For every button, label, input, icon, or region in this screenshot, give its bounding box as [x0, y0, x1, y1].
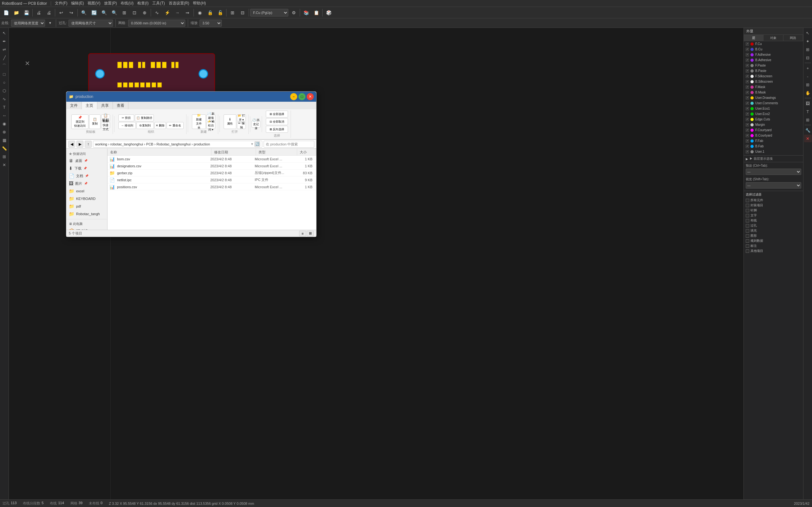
sidebar-item-downloads-qa[interactable]: ⬇下载📌: [66, 164, 107, 172]
breadcrumb[interactable]: working › robotac_tanghonghui › PCB › Ro…: [93, 141, 262, 148]
draw-polygon[interactable]: ⬡: [1, 87, 8, 95]
layer-checkbox-10[interactable]: [746, 96, 749, 100]
layer-checkbox-16[interactable]: [746, 129, 749, 132]
zoom-out-rt[interactable]: -: [804, 72, 812, 80]
zoom-selector[interactable]: 3.50: [200, 20, 222, 26]
menu-view[interactable]: 视图(V): [88, 1, 100, 6]
selector-cb-4[interactable]: [746, 219, 749, 222]
grid-selector[interactable]: 0.0508 mm (0.0020 in): [128, 20, 185, 26]
magnet-button[interactable]: 🔧: [804, 126, 812, 134]
tab-objects[interactable]: 对象: [763, 35, 783, 41]
deselect-all-button[interactable]: ⊟ 全部取消: [266, 118, 288, 125]
zoom-in-button[interactable]: 🔍: [99, 8, 109, 17]
image-button[interactable]: 🖼: [804, 100, 812, 107]
trace-width-list-button[interactable]: ▼: [47, 20, 53, 26]
layer-checkbox-3[interactable]: [746, 59, 749, 62]
show-layers-btn[interactable]: ▶ ▶ 面层显示选项: [744, 155, 803, 162]
ribbon-tab-share[interactable]: 共享: [97, 102, 113, 109]
sidebar-item-pictures-qa[interactable]: 🖼图片📌: [66, 180, 107, 187]
history-button[interactable]: 🕐 历史记录: [252, 121, 260, 128]
sidebar-item-desktop-qa[interactable]: 🖥桌面📌: [66, 157, 107, 164]
file-row-4[interactable]: 📊 positions.csv 2023/4/2 8:48 Microsoft …: [107, 183, 316, 190]
design-rules-button[interactable]: 📋: [311, 8, 321, 17]
layer-row-b-fab[interactable]: B.Fab: [744, 144, 803, 149]
menu-inspect[interactable]: 检查(I): [137, 1, 148, 6]
ribbon-tab-file[interactable]: 文件: [66, 102, 82, 109]
text-rt-button[interactable]: T: [804, 108, 812, 115]
selector-cb-0[interactable]: [746, 199, 749, 202]
open-button[interactable]: 📂 打开 ▾: [237, 114, 246, 121]
drc-button[interactable]: ⚡: [162, 8, 172, 17]
save-button[interactable]: 💾: [21, 8, 31, 17]
file-row-3[interactable]: 📄 netlist.ipc 2023/4/2 8:48 IPC 文件 9 KB: [107, 176, 316, 183]
select-all-button[interactable]: ⊞ 全部选择: [266, 111, 288, 118]
pin-quickaccess-button[interactable]: 📌 固定到快速访问: [71, 114, 89, 129]
lock-button[interactable]: 🔒: [205, 8, 215, 17]
sidebar-item-docs-qa[interactable]: 📄文档📌: [66, 172, 107, 180]
new-folder-button[interactable]: 📁 新建文件夹: [192, 114, 206, 129]
copy-button[interactable]: 📋 复制: [89, 114, 101, 129]
layer-checkbox-4[interactable]: [746, 64, 749, 67]
selector-cb-2[interactable]: [746, 209, 749, 212]
layer-row-b-courtyard[interactable]: B.Courtyard: [744, 133, 803, 138]
selector-cb-7[interactable]: [746, 234, 749, 238]
zoom-in-rt[interactable]: +: [804, 64, 812, 72]
preset-selector[interactable]: ---: [746, 169, 801, 175]
list-view-button[interactable]: ≡: [299, 231, 306, 236]
layer-row-f-silkscreen[interactable]: F.Silkscreen: [744, 73, 803, 79]
menu-edit[interactable]: 编辑(E): [71, 1, 84, 6]
sidebar-item-3dobjects[interactable]: 📦3D 对象: [66, 227, 107, 230]
search-button[interactable]: 🔍: [79, 8, 89, 17]
menu-prefs[interactable]: 首选设置(R): [169, 1, 189, 6]
draw-circle[interactable]: ○: [1, 78, 8, 86]
delete-tool[interactable]: ✕: [1, 161, 8, 169]
layer-checkbox-18[interactable]: [746, 139, 749, 143]
selector-cb-5[interactable]: [746, 224, 749, 228]
sidebar-item-robotac[interactable]: 📁Robotac_tangh: [66, 210, 107, 218]
layer-row-f-paste[interactable]: F.Paste: [744, 63, 803, 68]
file-row-2[interactable]: 📁 gerber.zip 2023/4/2 8:48 压缩(zipped)文件.…: [107, 170, 316, 176]
net-inspector-button[interactable]: ⊟: [804, 54, 812, 61]
layer-row-edge-cuts[interactable]: Edge.Cuts: [744, 117, 803, 122]
add-keepout[interactable]: ⊗: [1, 128, 8, 135]
measure[interactable]: 📏: [1, 145, 8, 152]
minimize-button[interactable]: －: [290, 93, 297, 100]
layer-checkbox-7[interactable]: [746, 80, 749, 83]
local-ratsnest-button[interactable]: ⊞: [804, 46, 812, 53]
draw-bezier[interactable]: ∿: [1, 95, 8, 103]
selector-cb-1[interactable]: [746, 204, 749, 207]
file-row-0[interactable]: 📊 bom.csv 2023/4/2 8:48 Microsoft Excel …: [107, 156, 316, 163]
layer-checkbox-8[interactable]: [746, 86, 749, 89]
zoom-custom-button[interactable]: ⊕: [140, 8, 149, 17]
selector-cb-10[interactable]: [746, 249, 749, 253]
footprint-tool[interactable]: ⊞: [1, 153, 8, 160]
layer-checkbox-6[interactable]: [746, 75, 749, 78]
menu-file[interactable]: 文件(F): [55, 1, 67, 6]
menu-help[interactable]: 帮助(H): [193, 1, 206, 6]
menu-place[interactable]: 放置(P): [104, 1, 117, 6]
select-tool[interactable]: ↖: [1, 29, 8, 37]
layer-row-user-eco1[interactable]: User.Eco1: [744, 106, 803, 111]
file-row-1[interactable]: 📊 designators.csv 2023/4/2 8:48 Microsof…: [107, 163, 316, 170]
add-dimension[interactable]: ↔: [1, 112, 8, 119]
zoom-fit-rt[interactable]: ⊞: [804, 81, 812, 89]
refresh-button[interactable]: 🔄: [89, 8, 99, 17]
layer-row-b-paste[interactable]: B.Paste: [744, 68, 803, 73]
refresh-path-button[interactable]: 🔄: [254, 141, 260, 147]
layer-row-margin[interactable]: Margin: [744, 122, 803, 127]
move-to-button[interactable]: → 移动到: [118, 122, 136, 129]
3d-view-button[interactable]: 🎲: [324, 8, 334, 17]
sidebar-item-excel[interactable]: 📁excel: [66, 187, 107, 195]
col-size[interactable]: 大小: [297, 149, 316, 155]
fill-zones[interactable]: ▦: [1, 136, 8, 144]
selector-cb-3[interactable]: [746, 214, 749, 217]
print-preview-button[interactable]: 🖨: [44, 8, 54, 17]
selector-cb-6[interactable]: [746, 229, 749, 233]
layer-row-f-adhesive[interactable]: F.Adhesive: [744, 52, 803, 57]
grid-view-button[interactable]: ⊞: [307, 231, 314, 236]
highlight-net-button[interactable]: ✦: [804, 38, 812, 45]
layer-row-b-cu[interactable]: B.Cu: [744, 47, 803, 52]
print-button[interactable]: 🖨: [34, 8, 44, 17]
selector-cb-9[interactable]: [746, 244, 749, 248]
layer-row-f-fab[interactable]: F.Fab: [744, 138, 803, 144]
